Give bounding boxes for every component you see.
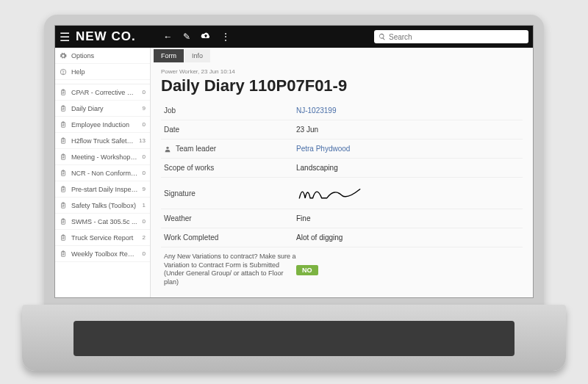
laptop-mockup: ☰ NEW CO. ← ✎ ⋮ OptionsHelp CPAR - Corre… <box>0 0 588 384</box>
sidebar-item-count: 13 <box>139 137 146 144</box>
signature-value <box>296 183 373 203</box>
search-icon <box>379 33 386 40</box>
cloud-upload-icon[interactable] <box>201 32 211 42</box>
sidebar-item-count: 1 <box>143 202 146 209</box>
field-label: Team leader <box>176 145 216 153</box>
field-value: Fine <box>296 214 310 222</box>
sidebar-item-label: Options <box>71 52 146 59</box>
field-label: Weather <box>164 214 192 222</box>
field-label: Work Completed <box>164 233 218 242</box>
sidebar-item-label: NCR - Non Conforma... <box>71 170 138 177</box>
edit-icon[interactable]: ✎ <box>183 32 190 42</box>
field-row: Team leaderPetra Phydwood <box>161 140 523 159</box>
more-icon[interactable]: ⋮ <box>221 32 230 42</box>
tab-info[interactable]: Info <box>184 49 210 62</box>
sidebar-item-label: Weekly Toolbox Report <box>71 250 138 258</box>
sidebar-item-label: CPAR - Corrective Pr... <box>71 89 138 96</box>
field-label: Scope of works <box>164 164 214 172</box>
field-value: 23 Jun <box>296 126 318 134</box>
sidebar-item-label: Pre-start Daily Inspec... <box>71 186 138 193</box>
tab-bar: FormInfo <box>151 48 533 62</box>
tab-form[interactable]: Form <box>154 49 184 62</box>
field-label: Signature <box>164 189 196 198</box>
search-field[interactable] <box>389 33 524 41</box>
sidebar-item[interactable]: Pre-start Daily Inspec...9 <box>55 181 150 198</box>
sidebar-item[interactable]: Safety Talks (Toolbox)1 <box>55 198 150 214</box>
sidebar-item-count: 2 <box>143 234 146 241</box>
main-panel: FormInfo Power Worker, 23 Jun 10:14 Dail… <box>151 48 533 297</box>
person-icon <box>164 145 171 153</box>
sidebar-item-label: Employee Induction <box>71 121 138 128</box>
sidebar: OptionsHelp CPAR - Corrective Pr...0Dail… <box>55 48 151 297</box>
variation-question-label: Any New Variations to contract? Make sur… <box>164 253 296 287</box>
svg-point-57 <box>166 146 168 148</box>
laptop-base <box>22 305 566 371</box>
sidebar-help[interactable]: Help <box>55 64 150 80</box>
sidebar-item-count: 0 <box>143 250 146 257</box>
sidebar-item-count: 9 <box>143 186 146 192</box>
page-title: Daily Diary 110P07F01-9 <box>161 76 523 95</box>
field-label: Date <box>164 126 179 134</box>
field-row: WeatherFine <box>161 209 523 228</box>
field-value[interactable]: NJ-1023199 <box>296 106 336 115</box>
sidebar-item[interactable]: Truck Service Report2 <box>55 230 150 246</box>
field-label: Job <box>164 106 176 115</box>
sidebar-item-count: 9 <box>143 105 146 112</box>
back-icon[interactable]: ← <box>164 32 173 42</box>
sidebar-item-count: 0 <box>143 170 146 176</box>
sidebar-options[interactable]: Options <box>55 48 150 64</box>
menu-icon[interactable]: ☰ <box>60 30 70 44</box>
field-value: Landscaping <box>296 164 338 172</box>
app-header: ☰ NEW CO. ← ✎ ⋮ <box>55 26 533 48</box>
variation-question-row: Any New Variations to contract? Make sur… <box>161 247 523 292</box>
brand-logo: NEW CO. <box>76 29 136 44</box>
sidebar-item[interactable]: CPAR - Corrective Pr...0 <box>55 84 150 101</box>
breadcrumb: Power Worker, 23 Jun 10:14 <box>161 68 523 75</box>
sidebar-item-count: 0 <box>143 121 146 128</box>
sidebar-item[interactable]: H2flow Truck Safety...13 <box>55 133 150 149</box>
sidebar-item-label: Daily Diary <box>71 105 138 112</box>
field-value: Alot of digging <box>296 233 343 242</box>
sidebar-item-count: 0 <box>143 153 146 160</box>
sidebar-item-label: Meeting - Workshop T... <box>71 153 138 161</box>
sidebar-item[interactable]: Employee Induction0 <box>55 117 150 133</box>
sidebar-item-label: Help <box>71 68 146 76</box>
sidebar-item[interactable]: Weekly Toolbox Report0 <box>55 246 150 262</box>
field-row: JobNJ-1023199 <box>161 101 523 120</box>
sidebar-item[interactable]: Meeting - Workshop T...0 <box>55 149 150 165</box>
sidebar-item-label: Truck Service Report <box>71 234 138 242</box>
field-row: Scope of worksLandscaping <box>161 159 523 178</box>
field-value[interactable]: Petra Phydwood <box>296 145 350 153</box>
sidebar-item-label: SWMS - Cat 305.5c ... <box>71 218 138 225</box>
field-row: Signature <box>161 178 523 209</box>
sidebar-item[interactable]: SWMS - Cat 305.5c ...0 <box>55 214 150 230</box>
search-input[interactable] <box>374 30 528 43</box>
field-row: Work CompletedAlot of digging <box>161 228 523 247</box>
sidebar-item[interactable]: Daily Diary9 <box>55 101 150 117</box>
sidebar-item-label: H2flow Truck Safety... <box>71 137 135 145</box>
svg-point-1 <box>63 73 64 74</box>
sidebar-item-count: 0 <box>143 89 146 95</box>
sidebar-item[interactable]: NCR - Non Conforma...0 <box>55 165 150 181</box>
answer-badge: NO <box>296 265 318 275</box>
sidebar-item-label: Safety Talks (Toolbox) <box>71 202 138 209</box>
sidebar-item-count: 0 <box>143 218 146 225</box>
field-row: Date23 Jun <box>161 120 523 140</box>
